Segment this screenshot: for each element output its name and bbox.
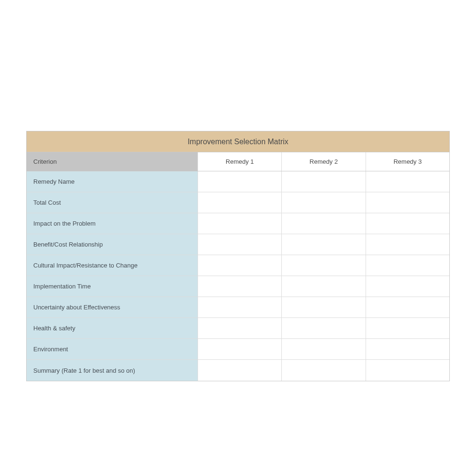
remedy-1-cell (198, 171, 282, 192)
remedy-3-cell (366, 276, 449, 297)
remedy-1-cell (198, 360, 282, 381)
remedy-2-cell (282, 318, 366, 338)
remedy-1-cell (198, 255, 282, 276)
remedy-2-cell (282, 339, 366, 359)
remedy-2-cell (282, 234, 366, 255)
remedy-3-cell (366, 234, 449, 255)
table-row: Environment (27, 339, 449, 360)
criterion-cell: Environment (27, 339, 198, 359)
remedy-2-cell (282, 171, 366, 192)
remedy-2-cell (282, 276, 366, 297)
criterion-cell: Uncertainty about Effectiveness (27, 297, 198, 317)
remedy-2-cell (282, 255, 366, 276)
header-remedy-2: Remedy 2 (282, 152, 366, 171)
remedy-3-cell (366, 360, 449, 381)
criterion-cell: Impact on the Problem (27, 213, 198, 234)
header-remedy-1: Remedy 1 (198, 152, 282, 171)
header-criterion: Criterion (27, 152, 198, 171)
criterion-cell: Total Cost (27, 192, 198, 213)
remedy-2-cell (282, 297, 366, 317)
remedy-3-cell (366, 171, 449, 192)
header-remedy-3: Remedy 3 (366, 152, 449, 171)
matrix-title-row: Improvement Selection Matrix (27, 131, 449, 152)
remedy-3-cell (366, 213, 449, 234)
criterion-cell: Summary (Rate 1 for best and so on) (27, 360, 198, 381)
criterion-cell: Benefit/Cost Relationship (27, 234, 198, 255)
remedy-3-cell (366, 339, 449, 359)
remedy-1-cell (198, 297, 282, 317)
remedy-1-cell (198, 234, 282, 255)
criterion-cell: Remedy Name (27, 171, 198, 192)
remedy-3-cell (366, 192, 449, 213)
remedy-2-cell (282, 192, 366, 213)
table-row: Impact on the Problem (27, 213, 449, 234)
table-row: Uncertainty about Effectiveness (27, 297, 449, 318)
table-row: Implementation Time (27, 276, 449, 297)
table-row: Remedy Name (27, 171, 449, 192)
matrix-header-row: Criterion Remedy 1 Remedy 2 Remedy 3 (27, 152, 449, 171)
criterion-cell: Cultural Impact/Resistance to Change (27, 255, 198, 276)
table-row: Summary (Rate 1 for best and so on) (27, 360, 449, 381)
remedy-3-cell (366, 255, 449, 276)
remedy-1-cell (198, 339, 282, 359)
remedy-3-cell (366, 297, 449, 317)
criterion-cell: Health & safety (27, 318, 198, 338)
matrix-title: Improvement Selection Matrix (188, 138, 288, 146)
remedy-1-cell (198, 276, 282, 297)
table-row: Total Cost (27, 192, 449, 213)
table-row: Health & safety (27, 318, 449, 339)
remedy-2-cell (282, 360, 366, 381)
improvement-selection-matrix: Improvement Selection Matrix Criterion R… (26, 131, 450, 381)
table-row: Benefit/Cost Relationship (27, 234, 449, 255)
criterion-cell: Implementation Time (27, 276, 198, 297)
remedy-3-cell (366, 318, 449, 338)
remedy-1-cell (198, 318, 282, 338)
remedy-1-cell (198, 213, 282, 234)
remedy-2-cell (282, 213, 366, 234)
matrix-body: Remedy NameTotal CostImpact on the Probl… (27, 171, 449, 381)
table-row: Cultural Impact/Resistance to Change (27, 255, 449, 276)
remedy-1-cell (198, 192, 282, 213)
